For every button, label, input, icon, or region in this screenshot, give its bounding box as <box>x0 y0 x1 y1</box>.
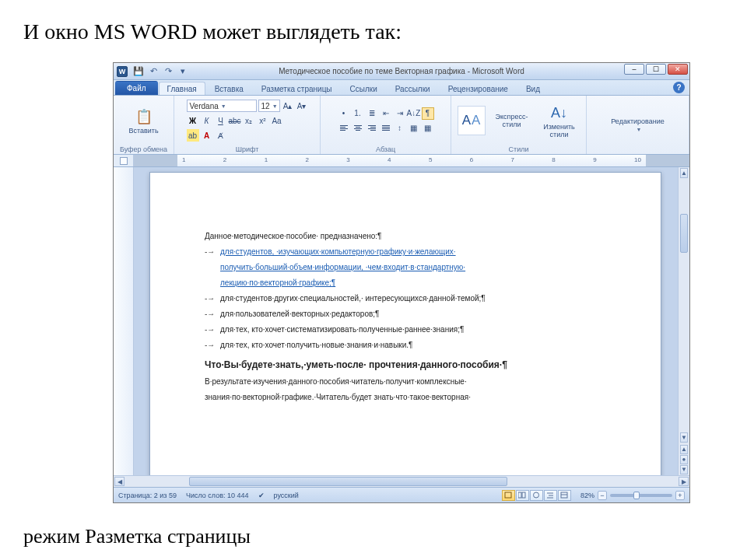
qat-undo-icon[interactable]: ↶ <box>147 65 160 78</box>
group-clipboard-label: Буфер обмена <box>120 144 167 154</box>
numbering-icon[interactable]: 1. <box>352 107 364 120</box>
superscript-icon[interactable]: x² <box>257 114 269 127</box>
select-browse-icon[interactable]: ● <box>680 455 688 464</box>
maximize-button[interactable]: ☐ <box>646 64 666 75</box>
show-marks-icon[interactable]: ¶ <box>422 107 434 120</box>
prev-page-icon[interactable]: ▲ <box>680 445 688 454</box>
tab-file[interactable]: Файл <box>115 81 158 95</box>
ruler-corner[interactable] <box>114 155 134 166</box>
scroll-thumb[interactable] <box>680 214 688 253</box>
shading-icon[interactable]: ▦ <box>408 122 420 135</box>
tab-mailings[interactable]: Рассылки <box>387 82 439 95</box>
justify-icon[interactable] <box>380 122 392 135</box>
slide-caption: режим Разметка страницы <box>23 525 251 548</box>
tab-page-layout[interactable]: Разметка страницы <box>253 82 341 95</box>
next-page-icon[interactable]: ▼ <box>680 465 688 474</box>
status-language[interactable]: русский <box>274 492 299 499</box>
doc-paragraph: В·результате·изучения·данного·пособия·чи… <box>205 376 606 388</box>
view-full-reading-icon[interactable] <box>516 490 529 501</box>
line-spacing-icon[interactable]: ↕ <box>394 122 406 135</box>
font-color-icon[interactable]: A <box>201 129 213 142</box>
multilevel-icon[interactable]: ≣ <box>366 107 378 120</box>
shrink-font-icon[interactable]: A▾ <box>296 100 308 112</box>
tab-view[interactable]: Вид <box>517 82 549 95</box>
font-size-combo[interactable]: 12▼ <box>258 100 280 112</box>
horizontal-ruler[interactable]: 1 2 1 2 3 4 5 6 7 8 9 10 <box>134 155 689 166</box>
change-styles-button[interactable]: A↓ Изменить стили <box>538 102 580 139</box>
svg-rect-0 <box>505 492 511 498</box>
clear-format-icon[interactable]: A̸ <box>215 129 227 142</box>
vertical-ruler[interactable] <box>114 167 134 475</box>
tab-home[interactable]: Главная <box>159 82 205 95</box>
tab-references[interactable]: Ссылки <box>342 82 386 95</box>
italic-icon[interactable]: К <box>201 114 213 127</box>
close-button[interactable]: ✕ <box>668 64 688 75</box>
proofing-icon[interactable]: ✔ <box>258 492 265 499</box>
status-word-count[interactable]: Число слов: 10 444 <box>186 492 249 499</box>
tab-review[interactable]: Рецензирование <box>440 82 517 95</box>
zoom-slider[interactable] <box>610 494 672 497</box>
ruler-tick: 4 <box>388 156 391 163</box>
ruler-tick: 2 <box>223 156 226 163</box>
view-print-layout-icon[interactable] <box>502 490 515 501</box>
ribbon: 📋 Вставить Буфер обмена Verdana▼ 12▼ A▴ … <box>114 96 689 155</box>
align-left-icon[interactable] <box>338 122 350 135</box>
status-page[interactable]: Страница: 2 из 59 <box>118 492 177 499</box>
group-styles-label: Стили <box>509 144 529 154</box>
borders-icon[interactable]: ▦ <box>422 122 434 135</box>
minimize-button[interactable]: – <box>624 64 644 75</box>
editing-dropdown[interactable]: Редактирование ▼ <box>603 117 673 133</box>
align-right-icon[interactable] <box>366 122 378 135</box>
qat-customize-icon[interactable]: ▾ <box>177 65 189 78</box>
chevron-down-icon: ▼ <box>270 103 278 109</box>
tab-insert[interactable]: Вставка <box>206 82 252 95</box>
zoom-out-button[interactable]: − <box>598 491 607 500</box>
zoom-slider-knob[interactable] <box>633 492 640 499</box>
decrease-indent-icon[interactable]: ⇤ <box>380 107 392 120</box>
font-name-combo[interactable]: Verdana▼ <box>187 100 257 112</box>
font-size-value: 12 <box>261 102 270 110</box>
underline-icon[interactable]: Ч <box>215 114 227 127</box>
quick-styles-button[interactable]: AA <box>458 106 486 135</box>
svg-point-3 <box>534 492 539 498</box>
increase-indent-icon[interactable]: ⇥ <box>394 107 406 120</box>
group-editing: Редактирование ▼ <box>587 96 689 154</box>
view-buttons <box>502 490 571 501</box>
view-draft-icon[interactable] <box>558 490 571 501</box>
bold-icon[interactable]: Ж <box>187 114 199 127</box>
qat-save-icon[interactable]: 💾 <box>132 65 145 78</box>
quick-styles-dropdown[interactable]: Экспресс-стили <box>489 112 535 129</box>
zoom-level[interactable]: 82% <box>580 492 594 499</box>
paste-button[interactable]: 📋 Вставить <box>128 106 160 135</box>
change-case-icon[interactable]: Aa <box>271 114 283 127</box>
scroll-down-icon[interactable]: ▼ <box>680 432 688 443</box>
scroll-left-icon[interactable]: ◀ <box>114 477 124 486</box>
bullets-icon[interactable]: • <box>338 107 350 120</box>
document-page[interactable]: Данное·методическое·пособие· предназначе… <box>149 172 661 475</box>
page-viewport: Данное·методическое·пособие· предназначе… <box>134 167 689 475</box>
word-app-icon[interactable]: W <box>117 66 128 77</box>
view-web-icon[interactable] <box>530 490 543 501</box>
h-scroll-thumb[interactable] <box>189 477 507 486</box>
view-outline-icon[interactable] <box>544 490 557 501</box>
help-icon[interactable]: ? <box>673 82 685 93</box>
qat-redo-icon[interactable]: ↷ <box>162 65 174 78</box>
ruler-tick: 10 <box>634 156 641 163</box>
align-center-icon[interactable] <box>352 122 364 135</box>
highlight-icon[interactable]: ab <box>187 129 199 142</box>
zoom-in-button[interactable]: + <box>675 491 685 500</box>
vertical-scrollbar[interactable]: ▲ ▼ ▲ ● ▼ <box>678 167 689 475</box>
quick-access-toolbar: 💾 ↶ ↷ ▾ <box>132 65 189 78</box>
scroll-up-icon[interactable]: ▲ <box>680 168 688 178</box>
subscript-icon[interactable]: x₂ <box>243 114 255 127</box>
horizontal-scrollbar[interactable]: ◀ ▶ <box>114 475 689 487</box>
strike-icon[interactable]: abc <box>229 114 241 127</box>
change-styles-icon: A↓ <box>550 103 569 122</box>
grow-font-icon[interactable]: A▴ <box>282 100 294 112</box>
sort-icon[interactable]: A↓Z <box>408 107 420 120</box>
scroll-right-icon[interactable]: ▶ <box>679 477 689 486</box>
paste-label: Вставить <box>128 128 158 135</box>
word-window: W 💾 ↶ ↷ ▾ Методическое пособие по теме В… <box>113 62 690 503</box>
ruler-tick: 1 <box>265 156 268 163</box>
svg-rect-1 <box>518 492 521 498</box>
